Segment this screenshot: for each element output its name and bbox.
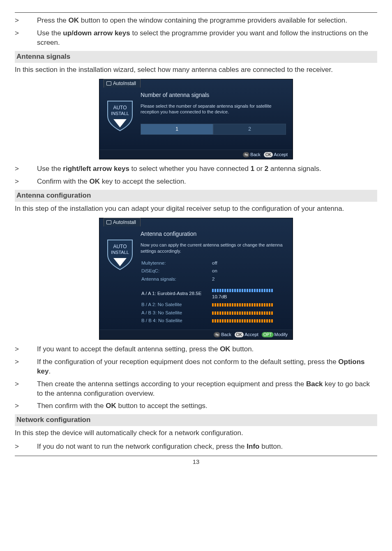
sat-label: B / B 4: No Satellite <box>141 317 211 325</box>
text: or <box>254 165 265 173</box>
bullet-item: > Press the OK button to open the window… <box>15 16 377 25</box>
footer-back: Back <box>221 332 231 337</box>
bullet-text: Use the up/down arrow keys to select the… <box>37 29 377 48</box>
text: to select whether you have connected <box>129 165 251 173</box>
bold: up/down arrow keys <box>63 29 130 37</box>
bullet-symbol: > <box>15 442 37 452</box>
bullet-symbol: > <box>15 29 37 48</box>
text: Confirm with the <box>37 178 90 185</box>
window-tab: AutoInstall <box>104 218 141 226</box>
ok-pill-icon: OK <box>235 332 244 338</box>
text: If you want to accept the default antenn… <box>37 345 220 353</box>
dialog-footer: ⇋Back OKAccept OPTModify <box>99 330 293 339</box>
bullet-symbol: > <box>15 345 37 354</box>
row-key: Antenna signals: <box>141 276 211 283</box>
opt-pill-icon: OPT <box>262 332 274 338</box>
text: Press the <box>37 16 69 24</box>
bullet-text: Press the OK button to open the window c… <box>37 16 377 25</box>
bold: OK <box>90 178 100 185</box>
table-row: DiSEqC:on <box>141 267 285 275</box>
bullet-symbol: > <box>15 177 37 187</box>
segmented-control[interactable]: 1 2 <box>141 124 286 134</box>
bullet-text: Use the right/left arrow keys to select … <box>37 164 377 174</box>
bold: OK <box>220 345 231 353</box>
table-row: B / A 2: No Satellite <box>141 301 285 309</box>
satellite-table: A / A 1: Eurobird-Astra 28.5E 10.7dB B /… <box>141 286 286 325</box>
bold: Back <box>306 380 323 388</box>
bullet-item: > Use the right/left arrow keys to selec… <box>15 164 377 174</box>
dialog-title: Number of antenna signals <box>141 91 286 99</box>
bold: right/left arrow keys <box>63 165 129 173</box>
svg-text:AUTO: AUTO <box>113 244 127 249</box>
bold: 2 <box>265 165 268 173</box>
dialog-desc: Now you can apply the current antenna se… <box>141 242 286 254</box>
sat-label: A / B 3: No Satellite <box>141 309 211 317</box>
bullet-item: > If you do not want to run the network … <box>15 442 377 452</box>
back-pill-icon: ⇋ <box>243 152 249 158</box>
shield-badge: AUTO INSTALL <box>99 227 141 330</box>
text: . <box>48 367 51 375</box>
back-pill-icon: ⇋ <box>214 332 220 338</box>
section-heading-antenna-config: Antenna configuration <box>15 190 377 202</box>
bullet-item: > If you want to accept the default ante… <box>15 345 377 354</box>
dialog-desc: Please select the number of separate ant… <box>141 103 286 115</box>
dialog-footer: ⇋Back OKAccept <box>99 150 293 159</box>
bullet-symbol: > <box>15 380 37 399</box>
figure-antenna-config: AutoInstall AUTO INSTALL Antenna configu… <box>15 218 377 340</box>
text: If the configuration of your reception e… <box>37 358 338 366</box>
bullet-text: Then confirm with the OK button to accep… <box>37 401 377 411</box>
text: Then create the antenna settings accordi… <box>37 380 306 388</box>
shield-icon: AUTO INSTALL <box>107 239 133 270</box>
option-1[interactable]: 1 <box>141 124 213 134</box>
bullet-item: > Confirm with the OK key to accept the … <box>15 177 377 187</box>
table-row: A / A 1: Eurobird-Astra 28.5E 10.7dB <box>141 287 285 300</box>
signal-bar-icon <box>212 319 274 323</box>
bold: 1 <box>251 165 254 173</box>
bullet-text: Confirm with the OK key to accept the se… <box>37 177 377 187</box>
ok-pill-icon: OK <box>264 152 273 158</box>
bullet-text: If you do not want to run the network co… <box>37 442 377 452</box>
bullet-symbol: > <box>15 16 37 25</box>
bullet-text: If the configuration of your reception e… <box>37 357 377 376</box>
text: button. <box>231 345 254 353</box>
bullet-symbol: > <box>15 164 37 174</box>
row-key: DiSEqC: <box>141 267 211 275</box>
settings-table: Multytenne:off DiSEqC:on Antenna signals… <box>141 259 286 284</box>
figure-antenna-signals: AutoInstall AUTO INSTALL Number of anten… <box>15 79 377 160</box>
shield-icon: AUTO INSTALL <box>107 100 133 131</box>
row-key: Multytenne: <box>141 260 211 267</box>
bullet-symbol: > <box>15 401 37 411</box>
signal-bar-icon <box>212 311 274 315</box>
row-val: 2 <box>212 276 285 283</box>
row-val: off <box>212 260 285 267</box>
table-row: A / B 3: No Satellite <box>141 309 285 317</box>
signal-cell: 10.7dB <box>212 287 285 300</box>
table-row: B / B 4: No Satellite <box>141 317 285 325</box>
table-row: Antenna signals:2 <box>141 276 285 283</box>
page-number: 13 <box>15 458 377 466</box>
dialog-title: Antenna configuration <box>141 230 286 238</box>
sat-label: A / A 1: Eurobird-Astra 28.5E <box>141 287 211 300</box>
signal-bar-icon <box>212 289 274 292</box>
signal-cell <box>212 301 285 309</box>
top-rule <box>15 12 377 13</box>
section-heading-antenna-signals: Antenna signals <box>15 51 377 63</box>
footer-accept: Accept <box>244 332 258 337</box>
signal-cell <box>212 317 285 325</box>
svg-text:INSTALL: INSTALL <box>111 111 129 116</box>
bullet-text: Then create the antenna settings accordi… <box>37 380 377 399</box>
option-2[interactable]: 2 <box>213 124 286 134</box>
sat-label: B / A 2: No Satellite <box>141 301 211 309</box>
text: antenna signals. <box>268 165 321 173</box>
section-heading-network-config: Network configuration <box>15 414 377 426</box>
bullet-item: > If the configuration of your reception… <box>15 357 377 376</box>
bold: OK <box>69 16 79 24</box>
text: Use the <box>37 29 63 37</box>
signal-cell <box>212 309 285 317</box>
footer-modify: Modify <box>274 332 288 337</box>
intro-text: In this step of the installation you can… <box>15 204 377 214</box>
table-row: Multytenne:off <box>141 260 285 267</box>
bullet-item: > Use the up/down arrow keys to select t… <box>15 29 377 48</box>
footer-accept: Accept <box>274 152 288 157</box>
text: button. <box>259 443 283 450</box>
